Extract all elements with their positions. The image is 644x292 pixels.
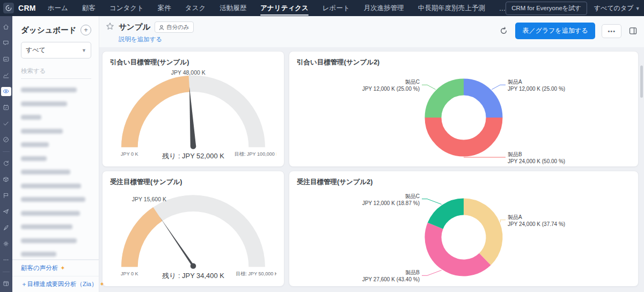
gauge-target-label: 目標: JPY 100,000 K bbox=[235, 151, 276, 157]
calendar-check-icon[interactable]: .f{fill:#a9b3c6;stroke:none} bbox=[1, 103, 11, 112]
analytics-icon[interactable]: .f{fill:#a9b3c6;stroke:none} bbox=[1, 71, 11, 80]
main-content: サンプル 自分のみ 説明を追加する 表／グラフを追加する ••• 引合い目標管理… bbox=[99, 16, 644, 292]
dashboard-filter-select[interactable]: すべて▼ bbox=[21, 42, 91, 59]
top-navigation-bar: CRM ホーム顧客コンタクト案件タスク活動履歴アナリティクスレポート月次進捗管理… bbox=[0, 0, 644, 16]
donut-slice bbox=[433, 118, 494, 148]
sidebar-footer: 顧客の声分析✦＋目標達成要因分析（Zia）✦ bbox=[12, 259, 99, 292]
nav-item-コンタクト[interactable]: コンタクト bbox=[109, 0, 144, 16]
dashboard-list-item[interactable] bbox=[21, 101, 67, 106]
try-crm-for-everyone-button[interactable]: CRM for Everyoneを試す bbox=[506, 2, 587, 15]
flag-icon[interactable]: .f{fill:#a9b3c6;stroke:none} bbox=[1, 191, 11, 200]
more-options-button[interactable]: ••• bbox=[602, 24, 621, 38]
dashboard-list-item[interactable] bbox=[21, 211, 80, 216]
donut-leader-line bbox=[422, 85, 436, 90]
donut-label: 製品B bbox=[405, 269, 420, 275]
crm-logo-icon[interactable] bbox=[3, 3, 14, 13]
chart-title: 受注目標管理(サンプル) bbox=[110, 178, 276, 187]
donut-label: 製品A bbox=[508, 79, 522, 85]
dashboard-list-item[interactable] bbox=[21, 170, 70, 174]
primary-nav: ホーム顧客コンタクト案件タスク活動履歴アナリティクスレポート月次進捗管理中長期年… bbox=[48, 0, 506, 16]
visibility-badge: 自分のみ bbox=[155, 21, 194, 33]
dashboards-eye-icon[interactable]: .f{fill:#3a74d8;stroke:none} bbox=[1, 87, 11, 96]
dashboard-list-item[interactable] bbox=[21, 184, 81, 188]
nav-item-顧客[interactable]: 顧客 bbox=[82, 0, 96, 16]
favorite-star-icon[interactable] bbox=[106, 22, 114, 33]
nav-item-…[interactable]: … bbox=[499, 1, 506, 16]
dashboard-list-item[interactable] bbox=[21, 115, 41, 120]
dashboard-list-item[interactable] bbox=[21, 156, 47, 161]
dashboard-list-item[interactable] bbox=[21, 87, 77, 92]
donut-slice bbox=[464, 207, 494, 259]
nav-item-案件[interactable]: 案件 bbox=[158, 0, 171, 16]
layout-panel-icon[interactable] bbox=[628, 26, 638, 36]
sidebar-title: ダッシュボード bbox=[21, 25, 77, 35]
chevron-down-icon: ▼ bbox=[635, 6, 640, 11]
donut-label-value: JPY 12,000 K (25.00 %) bbox=[362, 86, 420, 92]
gauge-value-label: JPY 15,600 K bbox=[132, 196, 166, 202]
gauge-remaining-label: 残り : JPY 34,400 K bbox=[162, 272, 224, 280]
chart-card-gauge-1[interactable]: 引合い目標管理(サンプル) JPY 48,000 KJPY 0 K目標: JPY… bbox=[102, 51, 284, 167]
more-dots-icon[interactable]: .f{fill:#a9b3c6;stroke:none} bbox=[1, 256, 11, 265]
donut-leader-line bbox=[500, 220, 506, 223]
donut-chart: 製品AJPY 24,000 K (37.74 %)製品BJPY 27,600 K… bbox=[297, 188, 631, 288]
donut-label-value: JPY 27,600 K (43.40 %) bbox=[362, 276, 420, 282]
home-icon[interactable]: .f{fill:#a9b3c6;stroke:none} bbox=[1, 23, 11, 32]
nav-item-月次進捗管理[interactable]: 月次進捗管理 bbox=[364, 0, 404, 16]
dashboard-search-input[interactable]: 検索する bbox=[21, 65, 91, 79]
add-dashboard-button[interactable]: + bbox=[80, 25, 91, 35]
gauge-target-label: 目標: JPY 50,000 K bbox=[236, 271, 276, 276]
add-chart-button[interactable]: 表／グラフを追加する bbox=[515, 23, 596, 39]
donut-leader-line bbox=[422, 199, 442, 205]
sync-icon[interactable]: .f{fill:#a9b3c6;stroke:none} bbox=[1, 159, 11, 168]
send-icon[interactable]: .f{fill:#a9b3c6;stroke:none} bbox=[1, 207, 11, 216]
dashboard-list-item[interactable] bbox=[21, 252, 56, 257]
dashboard-header: サンプル 自分のみ 説明を追加する 表／グラフを追加する ••• bbox=[99, 16, 644, 47]
donut-slice bbox=[433, 226, 485, 268]
donut-leader-line bbox=[492, 85, 506, 90]
gauge-needle bbox=[159, 217, 195, 268]
sidebar-link[interactable]: 顧客の声分析✦ bbox=[12, 260, 99, 276]
scrollbar[interactable] bbox=[640, 65, 643, 98]
refresh-icon[interactable] bbox=[499, 26, 509, 36]
chat-icon[interactable]: .f{fill:#a9b3c6;stroke:none} bbox=[1, 39, 11, 48]
donut-label: 製品C bbox=[405, 193, 420, 199]
dashboard-list-item[interactable] bbox=[21, 238, 77, 243]
all-tabs-dropdown[interactable]: すべてのタブ ▼ bbox=[594, 4, 640, 13]
tasks-check-icon[interactable]: .f{fill:#a9b3c6;stroke:none} bbox=[1, 119, 11, 128]
nav-item-アナリティクス[interactable]: アナリティクス bbox=[260, 0, 309, 16]
nav-item-ホーム[interactable]: ホーム bbox=[48, 0, 68, 16]
dashboard-list-item[interactable] bbox=[21, 224, 72, 229]
donut-slice bbox=[464, 87, 494, 118]
gallery-icon[interactable]: .f{fill:#a9b3c6;stroke:none} bbox=[1, 55, 11, 64]
package-icon[interactable]: .f{fill:#a9b3c6;stroke:none} bbox=[1, 175, 11, 184]
dashboard-list-item[interactable] bbox=[21, 142, 49, 147]
pen-icon[interactable]: .f{fill:#a9b3c6;stroke:none} bbox=[1, 135, 11, 144]
donut-label: 製品A bbox=[508, 214, 522, 220]
chart-title: 受注目標管理(サンプル2) bbox=[297, 178, 631, 187]
gauge-value-label: JPY 48,000 K bbox=[171, 69, 206, 76]
dashboard-sidebar: ダッシュボード + すべて▼ 検索する 顧客の声分析✦＋目標達成要因分析（Zia… bbox=[12, 16, 99, 292]
chart-card-donut-2[interactable]: 受注目標管理(サンプル2) 製品AJPY 24,000 K (37.74 %)製… bbox=[289, 171, 639, 287]
nav-item-活動履歴[interactable]: 活動履歴 bbox=[219, 0, 246, 16]
nav-item-タスク[interactable]: タスク bbox=[185, 0, 206, 16]
dashboard-list-item[interactable] bbox=[21, 129, 63, 134]
gauge-remaining-label: 残り : JPY 52,000 K bbox=[162, 152, 224, 160]
chart-title: 引合い目標管理(サンプル) bbox=[110, 58, 276, 67]
dashboard-list-item[interactable] bbox=[21, 197, 85, 202]
gauge-min-label: JPY 0 K bbox=[121, 271, 138, 276]
gauge-chart: JPY 15,600 KJPY 0 K目標: JPY 50,000 K残り : … bbox=[110, 188, 276, 282]
chart-card-donut-1[interactable]: 引合い目標管理(サンプル2) 製品AJPY 12,000 K (25.00 %)… bbox=[289, 51, 639, 167]
nav-item-中長期年度別売上予測[interactable]: 中長期年度別売上予測 bbox=[418, 0, 485, 16]
gauge-fill bbox=[121, 76, 189, 148]
window-icon[interactable]: .f{fill:#a9b3c6;stroke:none} bbox=[1, 279, 11, 288]
gauge-needle bbox=[189, 87, 196, 147]
sidebar-link[interactable]: ＋目標達成要因分析（Zia）✦ bbox=[12, 276, 99, 292]
donut-label: 製品B bbox=[508, 151, 522, 157]
feather-icon[interactable]: .f{fill:#a9b3c6;stroke:none} bbox=[1, 223, 11, 232]
gear-flower-icon[interactable]: .f{fill:#a9b3c6;stroke:none} bbox=[1, 239, 11, 249]
donut-label-value: JPY 12,000 K (18.87 %) bbox=[362, 200, 420, 206]
nav-item-レポート[interactable]: レポート bbox=[323, 0, 350, 16]
gauge-chart: JPY 48,000 KJPY 0 K目標: JPY 100,000 K残り :… bbox=[110, 68, 276, 163]
donut-label-value: JPY 12,000 K (25.00 %) bbox=[508, 86, 565, 92]
chart-card-gauge-2[interactable]: 受注目標管理(サンプル) JPY 15,600 KJPY 0 K目標: JPY … bbox=[102, 171, 284, 287]
